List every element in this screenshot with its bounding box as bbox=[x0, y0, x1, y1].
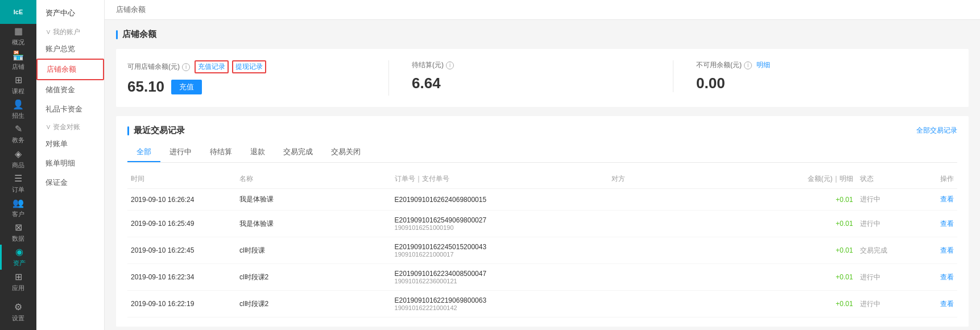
payment-id: 19091016251000190 bbox=[395, 224, 605, 231]
view-action-link[interactable]: 查看 bbox=[940, 220, 954, 228]
sidebar-item-order[interactable]: ☰ 订单 bbox=[0, 171, 36, 196]
cell-order: E20190910162245015200043 190910162210000… bbox=[391, 237, 609, 264]
amount-value: +0.01 bbox=[836, 273, 853, 281]
unavailable-info-icon[interactable]: i bbox=[744, 61, 752, 69]
cell-party bbox=[608, 211, 763, 237]
second-nav-item-deposit[interactable]: 保证金 bbox=[36, 173, 104, 192]
tab-in-progress[interactable]: 进行中 bbox=[160, 143, 201, 162]
status-badge: 进行中 bbox=[860, 195, 880, 203]
cell-order: E20190910162549069800027 190910162510001… bbox=[391, 211, 609, 237]
amount-value: +0.01 bbox=[836, 220, 853, 228]
status-badge: 进行中 bbox=[860, 220, 880, 228]
col-header-name: 名称 bbox=[236, 170, 391, 189]
sidebar-item-product[interactable]: ◈ 商品 bbox=[0, 147, 36, 171]
view-action-link[interactable]: 查看 bbox=[940, 273, 954, 281]
course-icon: ⊞ bbox=[15, 75, 22, 85]
cell-action: 查看 bbox=[911, 189, 957, 211]
sidebar-item-course[interactable]: ⊞ 课程 bbox=[0, 73, 36, 97]
cell-order: E20190910162219069800063 190910162221000… bbox=[391, 291, 609, 317]
pending-balance-label: 待结算(元) i bbox=[412, 60, 661, 70]
cell-amount: +0.01 bbox=[763, 264, 857, 291]
cell-time: 2019-09-10 16:22:45 bbox=[127, 237, 236, 264]
order-id: E20190910162245015200043 bbox=[395, 243, 605, 251]
cell-action: 查看 bbox=[911, 264, 957, 291]
cell-party bbox=[608, 291, 763, 317]
tab-refund[interactable]: 退款 bbox=[241, 143, 274, 162]
available-info-icon[interactable]: i bbox=[182, 63, 190, 71]
sidebar-item-asset[interactable]: ◉ 资产 bbox=[0, 245, 36, 269]
table-row: 2019-09-10 16:22:34 cl时段课2 E201909101622… bbox=[127, 264, 957, 291]
second-nav-item-account-detail[interactable]: 账单明细 bbox=[36, 154, 104, 173]
col-header-order: 订单号｜支付单号 bbox=[391, 170, 609, 189]
cell-party bbox=[608, 189, 763, 211]
unavailable-balance-label: 不可用余额(元) i 明细 bbox=[696, 60, 946, 70]
settings-icon: ⚙ bbox=[14, 302, 22, 312]
sidebar-item-data[interactable]: ⊠ 数据 bbox=[0, 220, 36, 245]
sidebar-item-overview[interactable]: ▦ 概况 bbox=[0, 24, 36, 48]
cell-amount: +0.01 bbox=[763, 237, 857, 264]
cell-name: 我是体验课 bbox=[236, 189, 391, 211]
available-balance-card: 可用店铺余额(元) i 充值记录 提现记录 65.10 充值 bbox=[127, 60, 389, 96]
sidebar-item-store[interactable]: 🏪 店铺 bbox=[0, 48, 36, 73]
col-header-time: 时间 bbox=[127, 170, 236, 189]
transaction-table: 时间 名称 订单号｜支付单号 对方 金额(元)｜明细 状态 操作 2019-09… bbox=[127, 170, 957, 317]
table-row: 2019-09-10 16:22:19 cl时段课2 E201909101622… bbox=[127, 291, 957, 317]
unavailable-detail-link[interactable]: 明细 bbox=[756, 60, 770, 70]
main-content: 店铺余额 店铺余额 可用店铺余额(元) i 充值记录 提现记录 65.10 充值 bbox=[105, 0, 980, 330]
second-nav-item-account-overview[interactable]: 账户总览 bbox=[36, 39, 104, 59]
withdraw-record-link[interactable]: 提现记录 bbox=[232, 60, 266, 73]
tab-closed[interactable]: 交易关闭 bbox=[322, 143, 370, 162]
tab-complete[interactable]: 交易完成 bbox=[274, 143, 322, 162]
sidebar-item-apps[interactable]: ⊞ 应用 bbox=[0, 270, 36, 294]
cell-status: 交易完成 bbox=[857, 237, 911, 264]
cell-amount: +0.01 bbox=[763, 189, 857, 211]
recharge-record-link[interactable]: 充值记录 bbox=[195, 60, 229, 73]
cell-status: 进行中 bbox=[857, 189, 911, 211]
cell-status: 进行中 bbox=[857, 291, 911, 317]
teacher-icon: ✎ bbox=[15, 123, 22, 134]
view-action-link[interactable]: 查看 bbox=[940, 246, 954, 254]
col-header-party: 对方 bbox=[608, 170, 763, 189]
cell-time: 2019-09-10 16:22:19 bbox=[127, 291, 236, 317]
sidebar-item-customer[interactable]: 👥 客户 bbox=[0, 196, 36, 220]
amount-value: +0.01 bbox=[836, 246, 853, 254]
cell-order: E20190910162624069800015 bbox=[391, 189, 609, 211]
col-header-status: 状态 bbox=[857, 170, 911, 189]
sidebar-item-settings[interactable]: ⚙ 设置 bbox=[0, 300, 36, 324]
store-icon: 🏪 bbox=[13, 50, 24, 61]
cell-party bbox=[608, 264, 763, 291]
tab-pending[interactable]: 待结算 bbox=[201, 143, 241, 162]
cell-time: 2019-09-10 16:26:24 bbox=[127, 189, 236, 211]
second-nav-header: 资产中心 bbox=[36, 0, 104, 24]
transactions-section: 最近交易记录 全部交易记录 全部 进行中 待结算 退款 交易完成 交易关闭 时间 bbox=[116, 116, 969, 327]
sidebar-item-recruit[interactable]: 👤 招生 bbox=[0, 97, 36, 122]
second-nav-item-store-balance[interactable]: 店铺余额 bbox=[36, 59, 104, 80]
cell-time: 2019-09-10 16:22:34 bbox=[127, 264, 236, 291]
cell-action: 查看 bbox=[911, 211, 957, 237]
pending-info-icon[interactable]: i bbox=[446, 61, 454, 69]
transactions-header: 最近交易记录 全部交易记录 bbox=[127, 125, 957, 136]
sidebar: IcE ▦ 概况 🏪 店铺 ⊞ 课程 👤 招生 ✎ 教务 ◈ 商品 ☰ 订单 👥… bbox=[0, 0, 36, 330]
sidebar-item-teacher[interactable]: ✎ 教务 bbox=[0, 122, 36, 146]
second-nav-item-stored-funds[interactable]: 储值资金 bbox=[36, 80, 104, 100]
data-icon: ⊠ bbox=[15, 222, 22, 233]
col-header-amount: 金额(元)｜明细 bbox=[763, 170, 857, 189]
view-action-link[interactable]: 查看 bbox=[940, 300, 954, 308]
cell-amount: +0.01 bbox=[763, 291, 857, 317]
sidebar-logo: IcE bbox=[0, 0, 36, 24]
apps-icon: ⊞ bbox=[15, 271, 22, 282]
second-nav-group-reconcile-title: ∨ 资金对账 bbox=[36, 119, 104, 134]
amount-value: +0.01 bbox=[836, 300, 853, 308]
second-nav-item-reconcile[interactable]: 对账单 bbox=[36, 134, 104, 154]
cell-party bbox=[608, 237, 763, 264]
second-nav-item-gift-card[interactable]: 礼品卡资金 bbox=[36, 100, 104, 119]
amount-value: +0.01 bbox=[836, 196, 853, 204]
table-row: 2019-09-10 16:25:49 我是体验课 E2019091016254… bbox=[127, 211, 957, 237]
recharge-button[interactable]: 充值 bbox=[171, 80, 202, 94]
content-area: 店铺余额 可用店铺余额(元) i 充值记录 提现记录 65.10 充值 bbox=[105, 20, 980, 330]
status-badge: 进行中 bbox=[860, 273, 880, 281]
all-records-link[interactable]: 全部交易记录 bbox=[916, 126, 957, 135]
view-action-link[interactable]: 查看 bbox=[940, 195, 954, 203]
tab-all[interactable]: 全部 bbox=[127, 143, 160, 162]
table-row: 2019-09-10 16:26:24 我是体验课 E2019091016262… bbox=[127, 189, 957, 211]
